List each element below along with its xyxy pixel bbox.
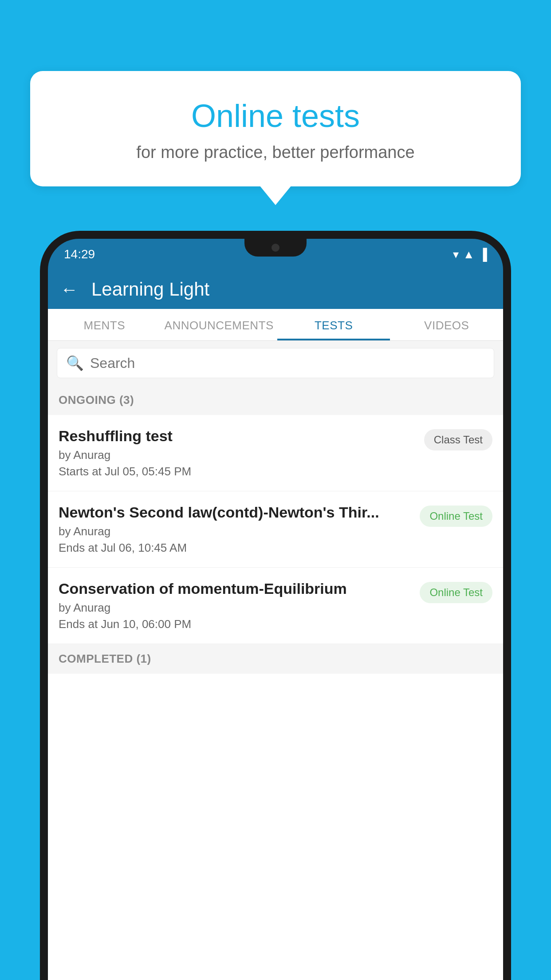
test-info-3: Conservation of momentum-Equilibrium by … (59, 580, 413, 631)
test-badge-2: Online Test (420, 506, 492, 527)
test-badge-1: Class Test (424, 429, 492, 450)
ongoing-header: ONGOING (3) (48, 385, 503, 415)
test-item-2[interactable]: Newton's Second law(contd)-Newton's Thir… (48, 491, 503, 568)
test-item-1[interactable]: Reshuffling test by Anurag Starts at Jul… (48, 415, 503, 491)
back-button[interactable]: ← (60, 280, 78, 300)
search-wrapper[interactable]: 🔍 (57, 348, 494, 378)
completed-header: COMPLETED (1) (48, 644, 503, 674)
battery-icon: ▐ (479, 248, 487, 261)
test-author-1: by Anurag (59, 448, 417, 462)
search-icon: 🔍 (66, 355, 84, 371)
test-date-2: Ends at Jul 06, 10:45 AM (59, 541, 413, 555)
speech-bubble: Online tests for more practice, better p… (30, 71, 521, 186)
phone-notch (244, 239, 307, 257)
search-input[interactable] (90, 355, 485, 371)
test-date-1: Starts at Jul 05, 05:45 PM (59, 465, 417, 478)
speech-bubble-subtitle: for more practice, better performance (52, 143, 499, 162)
tab-announcements[interactable]: ANNOUNCEMENTS (161, 309, 277, 340)
wifi-icon: ▾ (453, 248, 459, 261)
test-info-1: Reshuffling test by Anurag Starts at Jul… (59, 427, 417, 478)
status-icons: ▾ ▲ ▐ (453, 248, 487, 261)
test-author-3: by Anurag (59, 601, 413, 615)
time-display: 14:29 (64, 247, 95, 261)
app-bar-title: Learning Light (91, 279, 209, 300)
search-container: 🔍 (48, 341, 503, 385)
test-date-3: Ends at Jun 10, 06:00 PM (59, 617, 413, 631)
status-bar: 14:29 ▾ ▲ ▐ (48, 239, 503, 270)
tab-tests[interactable]: TESTS (277, 309, 390, 340)
test-item-3[interactable]: Conservation of momentum-Equilibrium by … (48, 568, 503, 644)
signal-icon: ▲ (463, 248, 475, 261)
app-bar: ← Learning Light (48, 270, 503, 309)
tab-videos[interactable]: VIDEOS (390, 309, 503, 340)
test-title-2: Newton's Second law(contd)-Newton's Thir… (59, 504, 413, 521)
test-author-2: by Anurag (59, 525, 413, 538)
test-list: Reshuffling test by Anurag Starts at Jul… (48, 415, 503, 980)
test-title-1: Reshuffling test (59, 427, 417, 445)
test-title-3: Conservation of momentum-Equilibrium (59, 580, 413, 597)
speech-bubble-title: Online tests (52, 98, 499, 134)
camera (272, 244, 279, 252)
test-badge-3: Online Test (420, 582, 492, 603)
tab-ments[interactable]: MENTS (48, 309, 161, 340)
tab-bar: MENTS ANNOUNCEMENTS TESTS VIDEOS (48, 309, 503, 341)
phone-frame: 14:29 ▾ ▲ ▐ ← Learning Light MENTS ANNOU… (40, 231, 511, 980)
phone-screen: ← Learning Light MENTS ANNOUNCEMENTS TES… (48, 270, 503, 980)
test-info-2: Newton's Second law(contd)-Newton's Thir… (59, 504, 413, 555)
